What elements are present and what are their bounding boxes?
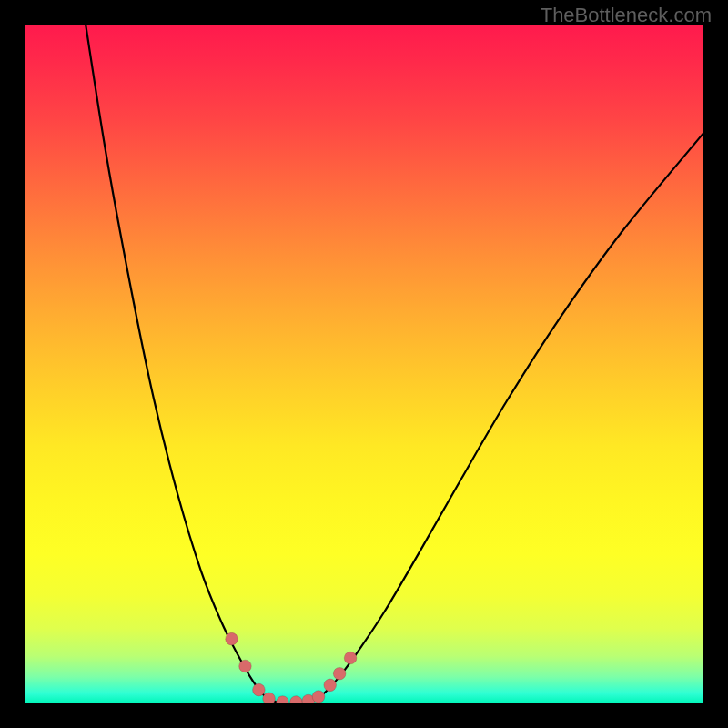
datapoint-marker [253, 683, 266, 696]
datapoint-marker [263, 693, 276, 703]
watermark-text: TheBottleneck.com [541, 4, 712, 27]
datapoint-markers [226, 632, 357, 703]
plot-area [25, 25, 703, 703]
datapoint-marker [333, 667, 346, 680]
datapoint-marker [226, 632, 238, 645]
datapoint-marker [290, 696, 303, 703]
datapoint-marker [277, 696, 289, 703]
datapoint-marker [344, 652, 357, 664]
datapoint-marker [324, 679, 337, 692]
curve-svg [25, 25, 703, 703]
bottleneck-curve [86, 25, 703, 703]
datapoint-marker [239, 660, 252, 672]
datapoint-marker [312, 691, 325, 703]
chart-container: TheBottleneck.com [0, 0, 728, 728]
